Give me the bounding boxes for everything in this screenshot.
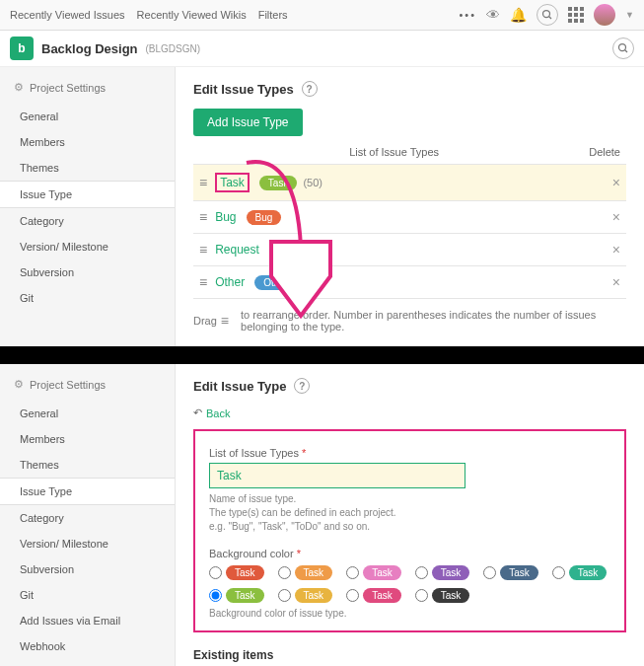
delete-icon[interactable]: ×: [612, 175, 620, 190]
issue-count: (50): [303, 177, 322, 188]
add-issue-type-button[interactable]: Add Issue Type: [193, 109, 303, 136]
name-field-label: List of Issue Types: [209, 447, 299, 459]
edit-form-highlight: List of Issue Types * Name of issue type…: [193, 429, 626, 632]
color-swatch-pill: Task: [432, 588, 470, 603]
issue-type-row: ≡OtherOther×: [193, 265, 626, 299]
color-radio[interactable]: [346, 589, 359, 602]
sidebar-item-version-milestone[interactable]: Version/ Milestone: [0, 531, 175, 556]
color-radio[interactable]: [346, 566, 359, 579]
color-radio[interactable]: [278, 566, 291, 579]
color-radio[interactable]: [415, 566, 428, 579]
sidebar-item-general[interactable]: General: [0, 401, 175, 426]
existing-items-title: Existing items: [193, 648, 626, 662]
sidebar-item-members[interactable]: Members: [0, 426, 175, 452]
color-option[interactable]: Task: [209, 565, 264, 580]
sidebar-item-members[interactable]: Members: [0, 129, 175, 155]
issue-type-name-input[interactable]: [209, 463, 465, 488]
color-option[interactable]: Task: [209, 588, 264, 603]
issue-type-link[interactable]: Other: [215, 275, 245, 289]
svg-line-3: [625, 50, 628, 53]
drag-handle-icon[interactable]: ≡: [199, 242, 207, 258]
gear-icon: ⚙: [14, 81, 24, 94]
issue-type-pill: Task: [259, 176, 298, 190]
name-help-text: Name of issue type.The type(s) can be de…: [209, 492, 610, 534]
color-swatch-pill: Task: [363, 588, 401, 603]
color-radio[interactable]: [209, 589, 222, 602]
color-swatch-pill: Task: [226, 588, 264, 603]
sidebar-item-add-issues-via-email[interactable]: Add Issues via Email: [0, 608, 175, 633]
delete-icon[interactable]: ×: [612, 209, 620, 225]
list-header-label: List of Issue Types: [349, 146, 439, 158]
delete-icon[interactable]: ×: [612, 242, 620, 258]
color-option[interactable]: Task: [483, 565, 538, 580]
color-swatch-pill: Task: [295, 565, 333, 580]
project-name: Backlog Design: [41, 41, 138, 56]
color-swatch-pill: Task: [500, 565, 538, 580]
color-option[interactable]: Task: [346, 565, 401, 580]
project-search-icon[interactable]: [612, 37, 634, 59]
sidebar-bottom: ⚙ Project Settings GeneralMembersThemesI…: [0, 364, 176, 666]
issue-type-link[interactable]: Bug: [215, 210, 236, 224]
issue-type-pill: Bug: [247, 210, 282, 225]
issue-type-pill: Request: [269, 243, 323, 258]
page-title: Edit Issue Type: [193, 379, 286, 394]
project-bar: b Backlog Design (BLGDSGN): [0, 31, 644, 67]
sidebar-item-general[interactable]: General: [0, 104, 175, 129]
drag-handle-icon[interactable]: ≡: [199, 175, 207, 190]
sidebar-item-category[interactable]: Category: [0, 208, 175, 234]
bg-field-label: Background color: [209, 548, 294, 559]
delete-icon[interactable]: ×: [612, 274, 620, 290]
bell-icon[interactable]: 🔔: [510, 7, 527, 23]
help-icon[interactable]: ?: [302, 81, 318, 97]
sidebar-item-category[interactable]: Category: [0, 505, 175, 531]
issue-type-link[interactable]: Request: [215, 243, 259, 257]
sidebar-item-themes[interactable]: Themes: [0, 155, 175, 181]
color-radio[interactable]: [483, 566, 496, 579]
nav-recent-issues[interactable]: Recently Viewed Issues: [10, 9, 125, 21]
svg-point-0: [543, 11, 550, 18]
help-icon[interactable]: ?: [294, 378, 310, 394]
color-swatch-pill: Task: [226, 565, 264, 580]
drag-handle-icon[interactable]: ≡: [199, 274, 207, 290]
drag-hint-icon: ≡: [221, 313, 229, 329]
color-radio[interactable]: [415, 589, 428, 602]
sidebar-item-subversion[interactable]: Subversion: [0, 556, 175, 582]
required-mark: *: [302, 447, 306, 459]
gear-icon: ⚙: [14, 378, 24, 391]
color-option[interactable]: Task: [278, 565, 333, 580]
sidebar-item-subversion[interactable]: Subversion: [0, 259, 175, 285]
chevron-down-icon[interactable]: ▼: [625, 10, 634, 20]
svg-point-2: [619, 44, 626, 51]
color-swatch-pill: Task: [363, 565, 401, 580]
sidebar-item-git[interactable]: Git: [0, 582, 175, 608]
color-option[interactable]: Task: [415, 565, 470, 580]
color-radio[interactable]: [209, 566, 222, 579]
color-option[interactable]: Task: [346, 588, 401, 603]
color-option[interactable]: Task: [552, 565, 608, 580]
issue-type-row: ≡TaskTask(50)×: [193, 164, 626, 200]
sidebar-item-themes[interactable]: Themes: [0, 452, 175, 478]
back-link[interactable]: ↶ Back: [193, 407, 230, 419]
color-radio[interactable]: [278, 589, 291, 602]
sidebar-header-label: Project Settings: [30, 379, 106, 391]
search-icon[interactable]: [537, 4, 558, 26]
sidebar-item-issue-type[interactable]: Issue Type: [0, 181, 175, 208]
more-menu-icon[interactable]: •••: [460, 9, 477, 21]
color-option[interactable]: Task: [278, 588, 333, 603]
sidebar-item-version-milestone[interactable]: Version/ Milestone: [0, 234, 175, 259]
bg-help-text: Background color of issue type.: [209, 607, 610, 621]
issue-type-link[interactable]: Task: [215, 173, 250, 192]
sidebar-item-issue-type[interactable]: Issue Type: [0, 478, 175, 505]
sidebar-item-git[interactable]: Git: [0, 285, 175, 311]
nav-filters[interactable]: Filters: [258, 9, 288, 21]
apps-icon[interactable]: [568, 7, 584, 23]
color-option[interactable]: Task: [415, 588, 470, 603]
color-radio[interactable]: [552, 566, 565, 579]
eye-icon[interactable]: 👁: [486, 7, 500, 23]
sidebar-item-webhook[interactable]: Webhook: [0, 633, 175, 659]
drag-handle-icon[interactable]: ≡: [199, 209, 207, 225]
project-icon: b: [10, 37, 34, 60]
project-code: (BLGDSGN): [146, 43, 201, 54]
nav-recent-wikis[interactable]: Recently Viewed Wikis: [137, 9, 247, 21]
avatar[interactable]: [594, 4, 615, 26]
